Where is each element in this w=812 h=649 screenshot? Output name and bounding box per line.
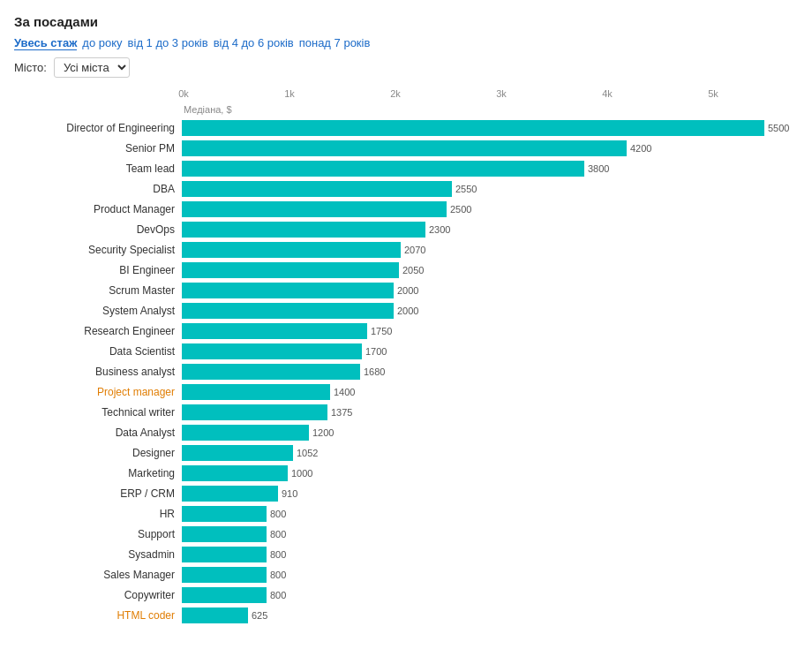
tick-2k: 2k	[390, 88, 401, 99]
tick-3k: 3k	[496, 88, 507, 99]
chart-row: Security Specialist2070	[14, 240, 798, 260]
bar-section: 1200	[182, 425, 798, 441]
chart-row: Sysadmin800	[14, 545, 798, 564]
bar	[182, 404, 327, 420]
bar	[182, 486, 278, 502]
bar-value: 1700	[365, 346, 387, 357]
filter-4[interactable]: понад 7 років	[299, 36, 371, 50]
chart-row: Support800	[14, 524, 798, 544]
tick-1k: 1k	[284, 88, 295, 99]
bar-section: 1052	[182, 445, 798, 461]
bar-label: BI Engineer	[14, 264, 182, 276]
city-select[interactable]: Усі міста Київ Харків Одеса Дніпро Львів	[54, 57, 130, 78]
filter-links: Увесь стаж до року від 1 до 3 років від …	[14, 36, 798, 50]
bar	[182, 262, 399, 278]
bar-section: 625	[182, 607, 798, 623]
bar-section: 2050	[182, 262, 798, 278]
bar-section: 800	[182, 547, 798, 562]
bar-value: 625	[252, 610, 267, 621]
bar	[182, 465, 288, 481]
bar-section: 1375	[182, 404, 798, 420]
bar	[182, 425, 309, 441]
bar-value: 2500	[450, 204, 471, 215]
chart-row: Scrum Master2000	[14, 281, 798, 300]
bar-value: 800	[270, 529, 286, 540]
bar-section: 2300	[182, 222, 798, 238]
bar-section: 2000	[182, 283, 798, 298]
bar-section: 4200	[182, 140, 798, 156]
bar-value: 800	[270, 570, 286, 580]
bar	[182, 343, 362, 359]
bar-label: Support	[14, 528, 182, 540]
chart-row: DevOps2300	[14, 220, 798, 239]
bar-label: Senior PM	[14, 142, 182, 155]
bar-label: ERP / CRM	[14, 487, 182, 500]
bar-value: 2000	[397, 306, 418, 316]
filter-all[interactable]: Увесь стаж	[14, 36, 77, 50]
bar-label: Director of Engineering	[14, 122, 182, 134]
bar-value: 910	[282, 488, 297, 499]
bar-label: Project manager	[14, 386, 182, 398]
chart-row: HR800	[14, 504, 798, 524]
chart-row: Marketing1000	[14, 464, 798, 483]
bar-value: 2070	[404, 245, 425, 255]
chart-row: System Analyst2000	[14, 301, 798, 321]
chart-row: HTML coder625	[14, 606, 798, 625]
bar-label: Copywriter	[14, 589, 182, 601]
bar-section: 910	[182, 486, 798, 502]
bar-section: 2550	[182, 181, 798, 197]
bar-section: 2000	[182, 303, 798, 319]
tick-4k: 4k	[602, 88, 613, 99]
bar	[182, 526, 267, 542]
chart-row: Sales Manager800	[14, 565, 798, 585]
bar-section: 3800	[182, 161, 798, 177]
chart-row: Copywriter800	[14, 585, 798, 605]
bar-section: 1680	[182, 364, 798, 380]
bar	[182, 607, 248, 623]
bar-value: 1200	[312, 427, 334, 438]
bar-label: Technical writer	[14, 406, 182, 419]
bar-section: 5500	[182, 120, 798, 136]
bar-value: 2050	[402, 265, 424, 275]
chart-row: Director of Engineering5500	[14, 118, 798, 138]
bar-value: 1375	[331, 407, 352, 418]
page-title: За посадами	[14, 14, 798, 29]
bar	[182, 587, 267, 603]
bar-label: Team lead	[14, 162, 182, 175]
bar	[182, 323, 367, 339]
filter-3[interactable]: від 4 до 6 років	[214, 36, 294, 50]
bar-section: 2070	[182, 242, 798, 258]
bar-label: System Analyst	[14, 305, 182, 317]
chart-row: Business analyst1680	[14, 362, 798, 381]
bar-label: Sysadmin	[14, 548, 182, 561]
tick-0: 0k	[178, 88, 189, 99]
bar-value: 2000	[397, 285, 418, 296]
bar-value: 4200	[630, 143, 651, 154]
bar-value: 1750	[371, 326, 392, 336]
filter-1[interactable]: до року	[82, 36, 122, 50]
filter-2[interactable]: від 1 до 3 років	[128, 36, 208, 50]
bar-section: 1000	[182, 465, 798, 481]
bar	[182, 547, 267, 562]
bar	[182, 161, 584, 177]
chart-row: Research Engineer1750	[14, 321, 798, 341]
bar	[182, 445, 293, 461]
bar-section: 800	[182, 567, 798, 583]
bar	[182, 120, 764, 136]
bar-label: DevOps	[14, 223, 182, 236]
bar-section: 1400	[182, 384, 798, 400]
bar-value: 1400	[334, 387, 355, 397]
bar-value: 800	[270, 509, 286, 519]
bar-value: 1052	[297, 448, 318, 458]
chart-row: Data Scientist1700	[14, 342, 798, 361]
bar-label: Product Manager	[14, 203, 182, 215]
city-row: Місто: Усі міста Київ Харків Одеса Дніпр…	[14, 57, 798, 78]
bar-label: Research Engineer	[14, 325, 182, 337]
chart-row: Technical writer1375	[14, 403, 798, 422]
bar-label: Designer	[14, 447, 182, 459]
bar-value: 1680	[364, 366, 385, 377]
median-label: Медіана, $	[184, 104, 232, 115]
bar	[182, 384, 330, 400]
bar-section: 1750	[182, 323, 798, 339]
bar-section: 800	[182, 587, 798, 603]
